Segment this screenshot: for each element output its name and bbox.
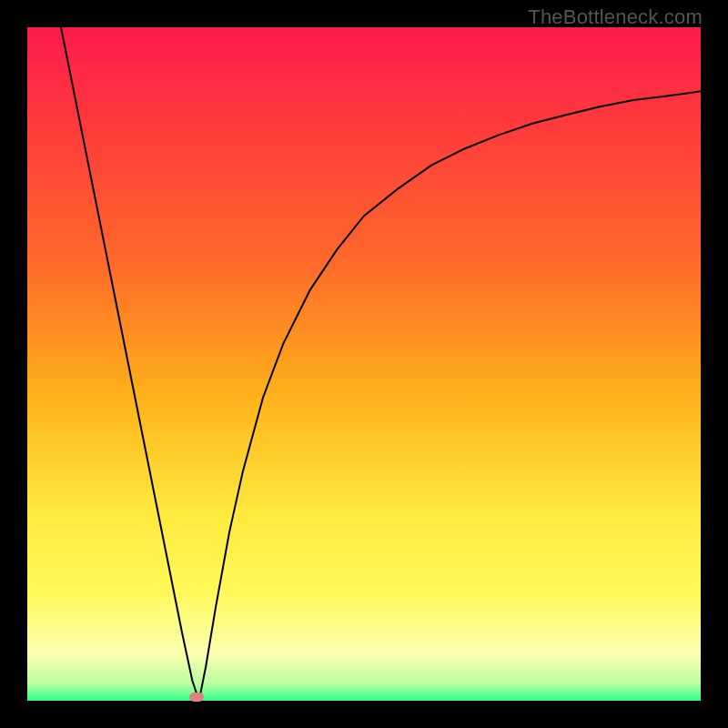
bottleneck-marker <box>189 693 204 702</box>
watermark-text: TheBottleneck.com <box>528 5 703 29</box>
chart-frame <box>27 27 701 701</box>
bottleneck-curve-chart <box>27 27 701 701</box>
